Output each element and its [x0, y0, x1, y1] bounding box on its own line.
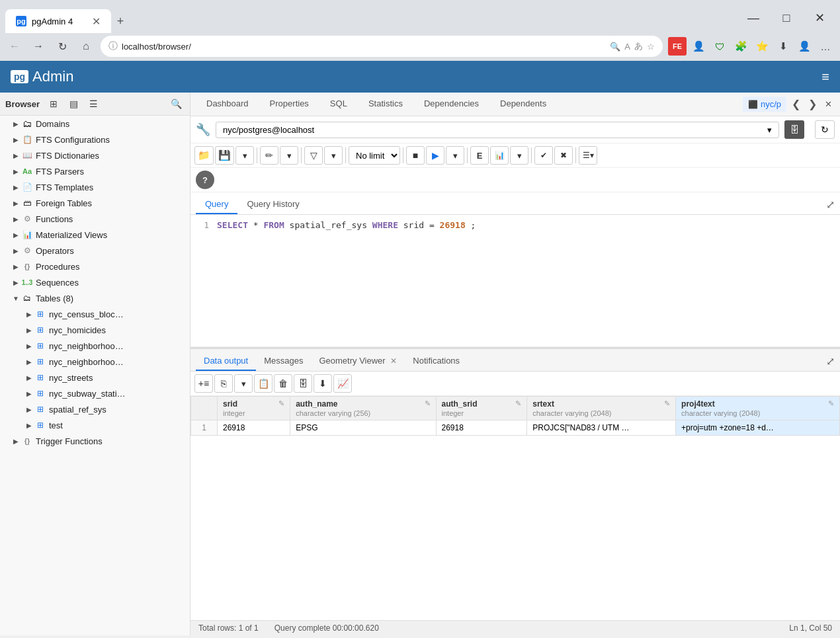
edit-proj4text-icon[interactable]: ✎: [828, 399, 834, 408]
download-btn[interactable]: ⬇: [314, 374, 332, 393]
close-tab-button[interactable]: ✕: [822, 99, 835, 109]
hamburger-menu[interactable]: ≡: [821, 69, 829, 85]
refresh-button[interactable]: ↻: [815, 120, 835, 139]
next-tab-button[interactable]: ❯: [806, 98, 819, 110]
analyze-dropdown-btn[interactable]: ▾: [510, 146, 528, 165]
tree-item-fts-templates[interactable]: ▶ 📄 FTS Templates: [0, 179, 190, 195]
tree-item-tables[interactable]: ▼ 🗂 Tables (8): [0, 290, 190, 306]
search-browser-btn[interactable]: 🔍: [167, 95, 185, 112]
url-box[interactable]: ⓘ localhost/browser/ 🔍 A あ ☆: [101, 36, 663, 57]
filter-btn[interactable]: ▽: [304, 146, 323, 165]
tree-item-operators[interactable]: ▶ ⚙ Operators: [0, 243, 190, 259]
tree-item-sequences[interactable]: ▶ 1..3 Sequences: [0, 274, 190, 290]
execute-dropdown-btn[interactable]: ▾: [446, 146, 464, 165]
tree-item-fts-config[interactable]: ▶ 📋 FTS Configurations: [0, 132, 190, 147]
help-button[interactable]: ?: [196, 171, 214, 189]
tab-data-output[interactable]: Data output: [196, 352, 256, 371]
edit-btn[interactable]: ✏: [260, 146, 278, 165]
stop-btn[interactable]: ■: [406, 146, 425, 165]
tree-item-nyc-neighborhoods2[interactable]: ▶ ⊞ nyc_neighborhoo…: [0, 354, 190, 370]
shield-icon[interactable]: 🛡: [710, 37, 729, 56]
minimize-button[interactable]: —: [738, 7, 769, 28]
analyze-btn[interactable]: 📊: [490, 146, 509, 165]
cell-auth-srid[interactable]: 26918: [436, 420, 527, 436]
tree-item-functions[interactable]: ▶ ⚙ Functions: [0, 211, 190, 227]
tab-statistics[interactable]: Statistics: [358, 93, 413, 115]
active-tab[interactable]: pg pgAdmin 4 ✕: [5, 9, 111, 33]
extensions-icon[interactable]: FE: [668, 37, 687, 56]
results-table-wrapper[interactable]: srid integer ✎ auth_na: [190, 396, 840, 620]
copy-btn[interactable]: ⎘: [214, 374, 233, 393]
sql-editor[interactable]: 1 SELECT * FROM spatial_ref_sys WHERE sr…: [190, 215, 840, 347]
edit-auth-name-icon[interactable]: ✎: [425, 399, 431, 408]
tab-query-history[interactable]: Query History: [237, 195, 308, 214]
tree-item-foreign-tables[interactable]: ▶ 🗃 Foreign Tables: [0, 195, 190, 211]
tab-sql[interactable]: SQL: [319, 93, 358, 115]
tree-item-test[interactable]: ▶ ⊞ test: [0, 417, 190, 433]
tree-item-fts-parsers[interactable]: ▶ Aa FTS Parsers: [0, 163, 190, 179]
explain-btn[interactable]: E: [470, 146, 489, 165]
prev-tab-button[interactable]: ❮: [789, 98, 803, 110]
tab-query[interactable]: Query: [196, 195, 237, 214]
tree-item-nyc-census[interactable]: ▶ ⊞ nyc_census_bloc…: [0, 306, 190, 322]
puzzle-icon[interactable]: 🧩: [732, 37, 750, 56]
new-tab-button[interactable]: +: [111, 12, 130, 30]
forward-button[interactable]: →: [29, 37, 48, 56]
cell-srid[interactable]: 26918: [218, 420, 290, 436]
table-view-btn[interactable]: ▤: [65, 95, 82, 112]
cell-proj4text[interactable]: +proj=utm +zone=18 +d…: [676, 420, 840, 436]
object-view-btn[interactable]: ⊞: [45, 95, 62, 112]
tab-notifications[interactable]: Notifications: [405, 352, 468, 371]
editor-expand-button[interactable]: ⤢: [826, 198, 835, 211]
home-button[interactable]: ⌂: [77, 37, 95, 56]
results-expand-button[interactable]: ⤢: [826, 355, 835, 368]
tree-item-nyc-homicides[interactable]: ▶ ⊞ nyc_homicides: [0, 322, 190, 338]
edit-auth-srid-icon[interactable]: ✎: [515, 399, 521, 408]
edit-dropdown-btn[interactable]: ▾: [280, 146, 298, 165]
save-dropdown-btn[interactable]: ▾: [235, 146, 254, 165]
rollback-btn[interactable]: ✖: [554, 146, 573, 165]
edit-srid-icon[interactable]: ✎: [278, 399, 284, 408]
format-btn[interactable]: ☰▾: [579, 146, 597, 165]
star-icon[interactable]: ⭐: [753, 37, 771, 56]
edit-srtext-icon[interactable]: ✎: [664, 399, 670, 408]
commit-btn[interactable]: ✔: [534, 146, 553, 165]
limit-select[interactable]: No limit: [349, 146, 400, 165]
execute-btn[interactable]: ▶: [426, 146, 444, 165]
menu-icon[interactable]: …: [816, 37, 835, 56]
save-btn[interactable]: 💾: [215, 146, 234, 165]
tree-item-nyc-subway[interactable]: ▶ ⊞ nyc_subway_stati…: [0, 385, 190, 401]
copy-dropdown-btn[interactable]: ▾: [234, 374, 253, 393]
tree-item-nyc-neighborhoods1[interactable]: ▶ ⊞ nyc_neighborhoo…: [0, 338, 190, 354]
reload-button[interactable]: ↻: [53, 37, 71, 56]
tree-item-trigger-functions[interactable]: ▶ {} Trigger Functions: [0, 433, 190, 449]
open-file-btn[interactable]: 📁: [194, 146, 214, 165]
account-icon[interactable]: 👤: [795, 37, 814, 56]
paste-btn[interactable]: 📋: [254, 374, 273, 393]
back-button[interactable]: ←: [5, 37, 24, 56]
connection-selector[interactable]: nyc/postgres@localhost ▾: [216, 122, 779, 138]
tree-item-fts-dict[interactable]: ▶ 📖 FTS Dictionaries: [0, 147, 190, 163]
tree-item-procedures[interactable]: ▶ {} Procedures: [0, 259, 190, 274]
tab-dashboard[interactable]: Dashboard: [196, 93, 259, 115]
cell-auth-name[interactable]: EPSG: [290, 420, 436, 436]
download-icon[interactable]: ⬇: [774, 37, 792, 56]
close-button[interactable]: ✕: [804, 7, 835, 28]
tab-geometry-viewer[interactable]: Geometry Viewer ✕: [311, 352, 405, 371]
save-data-btn[interactable]: 🗄: [294, 374, 312, 393]
tree-item-domains[interactable]: ▶ 🗂 Domains: [0, 116, 190, 132]
geometry-viewer-close[interactable]: ✕: [390, 356, 397, 366]
tab-messages[interactable]: Messages: [256, 352, 311, 371]
active-query-tab[interactable]: ⬛ nyc/p: [743, 97, 786, 112]
chart-btn[interactable]: 📈: [333, 374, 352, 393]
add-row-btn[interactable]: +≡: [194, 374, 213, 393]
properties-view-btn[interactable]: ☰: [85, 95, 102, 112]
tab-dependencies[interactable]: Dependencies: [413, 93, 489, 115]
tab-dependents[interactable]: Dependents: [489, 93, 557, 115]
filter-dropdown-btn[interactable]: ▾: [324, 146, 343, 165]
tree-item-nyc-streets[interactable]: ▶ ⊞ nyc_streets: [0, 370, 190, 385]
profile-icon[interactable]: 👤: [689, 37, 708, 56]
tree-item-spatial-ref-sys[interactable]: ▶ ⊞ spatial_ref_sys: [0, 401, 190, 417]
tab-properties[interactable]: Properties: [259, 93, 319, 115]
tab-close-button[interactable]: ✕: [92, 15, 101, 28]
